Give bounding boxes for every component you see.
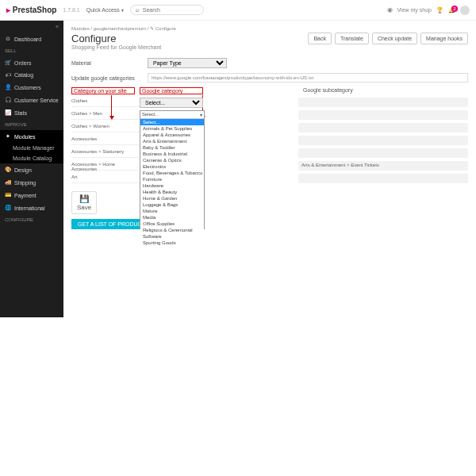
quick-access[interactable]: Quick Access ▾	[86, 7, 124, 13]
google-category-select[interactable]: Select...	[140, 98, 203, 108]
dropdown-option[interactable]: Furniture	[140, 176, 204, 182]
dropdown-option[interactable]: Arts & Entertainment	[140, 138, 204, 144]
sidebar-item-catalog[interactable]: 🏷Catalog	[0, 69, 63, 81]
sidebar-head-sell: SELL	[0, 45, 63, 56]
trophy-icon[interactable]: 🏆	[436, 7, 443, 13]
search-input[interactable]	[143, 7, 198, 13]
category-row: Clothes > MenSelect...▾Select...Animals …	[71, 110, 468, 120]
stats-icon: 📈	[5, 109, 11, 116]
category-row: Accessories > Home AccessoriesArts & Ent…	[71, 161, 468, 171]
save-button[interactable]: 💾 Save	[71, 191, 97, 214]
col-google-category: Google category	[140, 87, 203, 94]
disk-icon: 💾	[79, 194, 89, 203]
subcategory-field[interactable]	[298, 136, 468, 145]
design-icon: 🎨	[5, 167, 11, 173]
topbar: ▸ PrestaShop 1.7.8.1 Quick Access ▾ ⌕ ◉ …	[0, 0, 476, 21]
dropdown-option[interactable]: Office Supplies	[140, 221, 204, 227]
url-input[interactable]	[148, 73, 468, 83]
breadcrumb: Modules / googlemerchantpremium / ✎ Conf…	[71, 25, 468, 31]
catalog-icon: 🏷	[5, 72, 11, 78]
main: Modules / googlemerchantpremium / ✎ Conf…	[63, 21, 476, 317]
sidebar-sub-module-catalog[interactable]: Module Catalog	[0, 153, 63, 163]
category-name: Accessories > Stationery	[71, 148, 140, 158]
dropdown-option[interactable]: Food, Beverages & Tobacco	[140, 170, 204, 176]
sidebar-item-design[interactable]: 🎨Design	[0, 163, 63, 176]
subcategory-field[interactable]	[298, 148, 468, 158]
category-row: Accessories	[71, 136, 468, 145]
subcategory-field[interactable]: Arts & Entertainment > Event Tickets	[298, 161, 468, 171]
sidebar-head-configure: CONFIGURE	[0, 214, 63, 225]
sidebar-item-modules[interactable]: ✦Modules	[0, 130, 63, 143]
dropdown-option[interactable]: Home & Garden	[140, 195, 204, 202]
dropdown-option[interactable]: Software	[140, 233, 204, 240]
dropdown-option[interactable]: Religious & Ceremonial	[140, 227, 204, 233]
category-name: Accessories > Home Accessories	[71, 161, 140, 171]
google-category-select-wrap: Select...▾Select...Animals & Pet Supplie…	[140, 110, 203, 120]
sidebar-sub-module-manager[interactable]: Module Manager	[0, 143, 63, 153]
category-name: Art	[71, 174, 140, 183]
globe-icon: 🌐	[5, 205, 11, 211]
shipping-icon: 🚚	[5, 179, 11, 186]
material-select[interactable]: Paper Type	[148, 58, 227, 68]
avatar[interactable]	[460, 6, 470, 15]
sidebar-item-customers[interactable]: 👤Customers	[0, 81, 63, 94]
page-title: Configure	[71, 33, 161, 44]
chevron-down-icon: ▾	[200, 112, 202, 117]
category-name: Clothes > Men	[71, 110, 140, 120]
dropdown-option[interactable]: Media	[140, 214, 204, 221]
dropdown-option[interactable]: Baby & Toddler	[140, 144, 204, 151]
dropdown-option[interactable]: Luggage & Bags	[140, 202, 204, 208]
view-shop-link[interactable]: View my shop	[397, 7, 432, 13]
check-update-button[interactable]: Check update	[372, 33, 417, 44]
subcategory-field[interactable]	[298, 110, 468, 120]
search-icon: ⌕	[136, 6, 140, 13]
dropdown-option[interactable]: Apparel & Accessories	[140, 132, 204, 138]
dropdown-option[interactable]: Electronics	[140, 163, 204, 170]
modules-icon: ✦	[5, 133, 11, 140]
translate-button[interactable]: Translate	[335, 33, 369, 44]
customers-icon: 👤	[5, 84, 11, 90]
category-row: Art	[71, 174, 468, 183]
dropdown-option[interactable]: Animals & Pet Supplies	[140, 125, 204, 132]
dropdown-option[interactable]: Sporting Goods	[140, 240, 204, 246]
category-name: Clothes	[71, 98, 140, 107]
dropdown-option[interactable]: Hardware	[140, 182, 204, 189]
sidebar-item-orders[interactable]: 🛒Orders	[0, 56, 63, 69]
col-your-category: Category on your site	[71, 87, 135, 94]
bell-icon[interactable]: 🔔2	[448, 7, 455, 13]
logo: ▸ PrestaShop	[6, 6, 56, 14]
google-category-dropdown[interactable]: Select...▾Select...Animals & Pet Supplie…	[140, 110, 205, 229]
sidebar-item-stats[interactable]: 📈Stats	[0, 106, 63, 119]
subcategory-field[interactable]	[298, 174, 468, 183]
sidebar-head-improve: IMPROVE	[0, 119, 63, 130]
dropdown-option[interactable]: Mature	[140, 208, 204, 214]
google-category-select-wrap: Select...	[140, 98, 203, 107]
arrow-icon	[111, 95, 113, 119]
sidebar-item-dashboard[interactable]: ⊙Dashboard	[0, 33, 63, 45]
collapse-sidebar[interactable]: «	[0, 21, 63, 33]
dropdown-option[interactable]: Cameras & Optics	[140, 157, 204, 163]
sidebar-item-international[interactable]: 🌐International	[0, 202, 63, 214]
category-row: ClothesSelect...	[71, 98, 468, 107]
sidebar-item-payment[interactable]: 💳Payment	[0, 189, 63, 202]
category-name: Clothes > Women	[71, 123, 140, 132]
manage-hooks-button[interactable]: Manage hooks	[420, 33, 468, 44]
dropdown-option[interactable]: Select...	[140, 119, 204, 125]
page-subtitle: Shopping Feed for Google Merchant	[71, 44, 161, 50]
dropdown-option[interactable]: Business & Industrial	[140, 151, 204, 157]
sidebar: « ⊙Dashboard SELL 🛒Orders 🏷Catalog 👤Cust…	[0, 21, 63, 317]
eye-icon: ◉	[387, 6, 393, 13]
dropdown-option[interactable]: Health & Beauty	[140, 189, 204, 195]
subcategory-field[interactable]	[298, 123, 468, 132]
subcategory-field[interactable]	[298, 98, 468, 107]
sidebar-item-customer-service[interactable]: 🎧Customer Service	[0, 94, 63, 106]
category-row: Accessories > Stationery	[71, 148, 468, 158]
service-icon: 🎧	[5, 97, 11, 103]
update-label: Update google categories	[71, 75, 143, 81]
back-button[interactable]: Back	[308, 33, 332, 44]
orders-icon: 🛒	[5, 60, 11, 66]
category-row: Clothes > Women	[71, 123, 468, 132]
search-wrap: ⌕	[130, 5, 204, 15]
sidebar-item-shipping[interactable]: 🚚Shipping	[0, 176, 63, 189]
payment-icon: 💳	[5, 192, 11, 198]
